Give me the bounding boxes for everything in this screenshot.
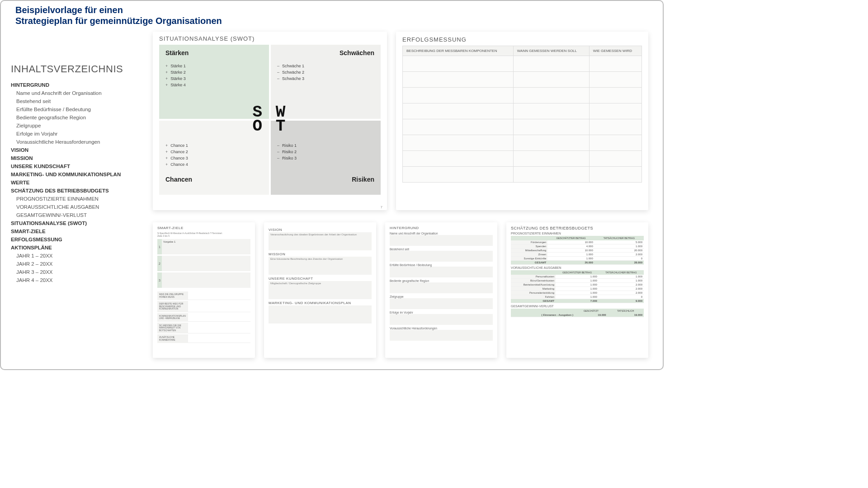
toc-item: WERTE xyxy=(11,180,147,185)
swot-grid: StärkenStärke 1Stärke 2Stärke 3Stärke 4 … xyxy=(159,45,381,195)
erf-column: WANN GEMESSEN WERDEN SOLL xyxy=(513,46,589,56)
hinter-field xyxy=(390,251,493,262)
budget-heading: SCHÄTZUNG DES BETRIEBSBUDGETS xyxy=(511,226,644,230)
hinter-label: Erfüllte Bedürfnisse / Bedeutung xyxy=(390,263,493,267)
toc-item: GESAMTGEWINN/-VERLUST xyxy=(11,212,147,218)
swot-heading: SITUATIONSANALYSE (SWOT) xyxy=(159,35,381,42)
profit-table: GESCHÄTZTTATSÄCHLICH( Einnamen - Ausgabe… xyxy=(511,309,644,317)
table-row: Förderungen10.0005.000 xyxy=(511,240,644,244)
table-row: Marketing1.0002.000 xyxy=(511,287,644,291)
swot-item: Schwäche 2 xyxy=(277,70,374,75)
hinter-field xyxy=(390,298,493,309)
toc-item: VISION xyxy=(11,147,147,153)
table-row xyxy=(403,56,642,72)
swot-item: Chance 2 xyxy=(165,150,263,154)
expense-sub: VORAUSSICHTLICHE AUSGABEN xyxy=(511,266,644,269)
smart-goals-card: SMART-ZIELE S-Spezifisch M-Messbar A-Aus… xyxy=(153,222,255,358)
swot-item: Stärke 4 xyxy=(165,83,263,87)
section-heading: VISION xyxy=(269,228,372,232)
toc-title: INHALTSVERZEICHNIS xyxy=(11,63,147,75)
smart-subtitle: S-Spezifisch M-Messbar A-Ausführbar R-Re… xyxy=(157,232,250,237)
swot-item: Stärke 3 xyxy=(165,76,263,81)
toc-item: MARKETING- UND KOMMUNIKATIONSPLAN xyxy=(11,172,147,177)
hinter-label: Zielgruppe xyxy=(390,295,493,298)
hinter-field xyxy=(390,330,493,341)
document-title: Beispielvorlage für einen Strategieplan … xyxy=(15,5,222,26)
toc-item: Name und Anschrift der Organisation xyxy=(11,90,147,96)
smart-side-row: ZUSÄTZLICHE KOMMENTARE xyxy=(157,334,250,343)
toc-item: SCHÄTZUNG DES BETRIEBSBUDGETS xyxy=(11,188,147,193)
section-heading: UNSERE KUNDSCHAFT xyxy=(269,277,372,281)
erf-heading: ERFOLGSMESSUNG xyxy=(402,36,642,43)
erfolgsmessung-card: ERFOLGSMESSUNG BESCHREIBUNG DER MESSBARE… xyxy=(396,32,648,210)
smart-side-row: WAS DIE ZIELGRUPPE HÖREN MUSS xyxy=(157,291,250,300)
swot-item: Chance 3 xyxy=(165,156,263,160)
table-of-contents: INHALTSVERZEICHNIS HINTERGRUNDName und A… xyxy=(11,63,147,286)
hintergrund-card: HINTERGRUND Name und Anschrift der Organ… xyxy=(385,222,497,358)
section-field xyxy=(269,305,372,324)
table-row xyxy=(403,88,642,103)
hinter-field xyxy=(390,282,493,293)
smart-side-row: KOMMUNIKATIONSPLAN UND -WERKZEUGE xyxy=(157,313,250,322)
toc-item: SITUATIONSANALYSE (SWOT) xyxy=(11,221,147,226)
hinter-label: Voraussichtliche Herausforderungen xyxy=(390,327,493,330)
hinter-field xyxy=(390,235,493,246)
toc-item: VORAUSSICHTLICHE AUSGABEN xyxy=(11,204,147,210)
section-field: Mitgliedschaft / Demografische Zielgrupp… xyxy=(269,281,372,299)
toc-item: JAHR 3 – 20XX xyxy=(11,269,147,275)
toc-item: Zielgruppe xyxy=(11,123,147,128)
section-field: Veranschaulichung des idealen Ergebnisse… xyxy=(269,232,372,250)
toc-item: Bediente geografische Region xyxy=(11,115,147,120)
smart-goal: 3 xyxy=(157,272,250,288)
swot-item: Risiko 3 xyxy=(277,156,374,160)
smart-goal: 2 xyxy=(157,256,250,271)
table-row: Spenden4.0001.000 xyxy=(511,244,644,249)
title-line-2: Strategieplan für gemeinnützige Organisa… xyxy=(15,15,222,26)
smart-side-row: SO MESSEN SIE DIE WIRKSAMKEIT VON BOTSCH… xyxy=(157,323,250,334)
toc-item: JAHR 4 – 20XX xyxy=(11,277,147,283)
swot-item: Stärke 1 xyxy=(165,64,263,68)
toc-item: AKTIONSPLÄNE xyxy=(11,245,147,250)
income-sub: PROGNOSTIZIERTE EINNAHMEN xyxy=(511,232,644,235)
swot-item: Chance 1 xyxy=(165,143,263,148)
hinter-label: Erfolge im Vorjahr xyxy=(390,311,493,314)
hinter-label: Bediente geografische Region xyxy=(390,279,493,282)
smart-goal: 1Vorgabe 1 xyxy=(157,239,250,254)
total-row: GESAMT7.0009.000 xyxy=(511,299,644,303)
table-row: Personalkosten1.0001.000 xyxy=(511,275,644,279)
vision-mission-card: VISIONVeranschaulichung des idealen Erge… xyxy=(264,222,376,358)
toc-item: HINTERGRUND xyxy=(11,82,147,88)
table-row: Betriebsmittel/Ausrüstung1.0002.000 xyxy=(511,283,644,287)
swot-item: Risiko 2 xyxy=(277,150,374,154)
swot-weaknesses: SchwächenSchwäche 1Schwäche 2Schwäche 3 xyxy=(271,45,381,119)
table-row xyxy=(403,167,642,183)
swot-center-label: S WO T xyxy=(253,106,288,133)
table-row xyxy=(403,72,642,88)
document-page: Beispielvorlage für einen Strategieplan … xyxy=(0,0,664,370)
table-row: Mittelbeschaffung10.00020.000 xyxy=(511,249,644,253)
smart-heading: SMART-ZIELE xyxy=(157,226,250,230)
erf-column: WIE GEMESSEN WIRD xyxy=(589,46,642,56)
toc-item: JAHR 2 – 20XX xyxy=(11,261,147,267)
hinter-label: Bestehend seit xyxy=(390,248,493,251)
table-row: Personalentwicklung1.0002.000 xyxy=(511,291,644,295)
table-row: Fahrten1.0000 xyxy=(511,295,644,299)
swot-item: Stärke 2 xyxy=(165,70,263,75)
erf-column: BESCHREIBUNG DER MESSBAREN KOMPONENTEN xyxy=(403,46,514,56)
expense-table: GESCHÄTZTER BETRAGTATSÄCHLICHER BETRAGPe… xyxy=(511,270,644,303)
toc-item: SMART-ZIELE xyxy=(11,229,147,234)
toc-item: Erfolge im Vorjahr xyxy=(11,131,147,136)
hinter-label: Name und Anschrift der Organisation xyxy=(390,232,493,235)
toc-item: Erfüllte Bedürfnisse / Bedeutung xyxy=(11,107,147,112)
hinter-field xyxy=(390,267,493,277)
section-heading: MARKETING- UND KOMMUNIKATIONSPLAN xyxy=(269,301,372,305)
table-row xyxy=(403,135,642,151)
toc-item: ERFOLGSMESSUNG xyxy=(11,237,147,242)
swot-item: Risiko 1 xyxy=(277,143,374,148)
toc-item: Bestehend seit xyxy=(11,99,147,104)
swot-card: SITUATIONSANALYSE (SWOT) StärkenStärke 1… xyxy=(153,32,387,210)
title-line-1: Beispielvorlage für einen xyxy=(15,5,222,15)
profit-sub: GESAMTGEWINN/-VERLUST xyxy=(511,305,644,308)
table-row: ( Einnamen - Ausgaben )19.00019.000 xyxy=(511,313,644,317)
total-row: GESAMT26.00028.000 xyxy=(511,261,644,265)
